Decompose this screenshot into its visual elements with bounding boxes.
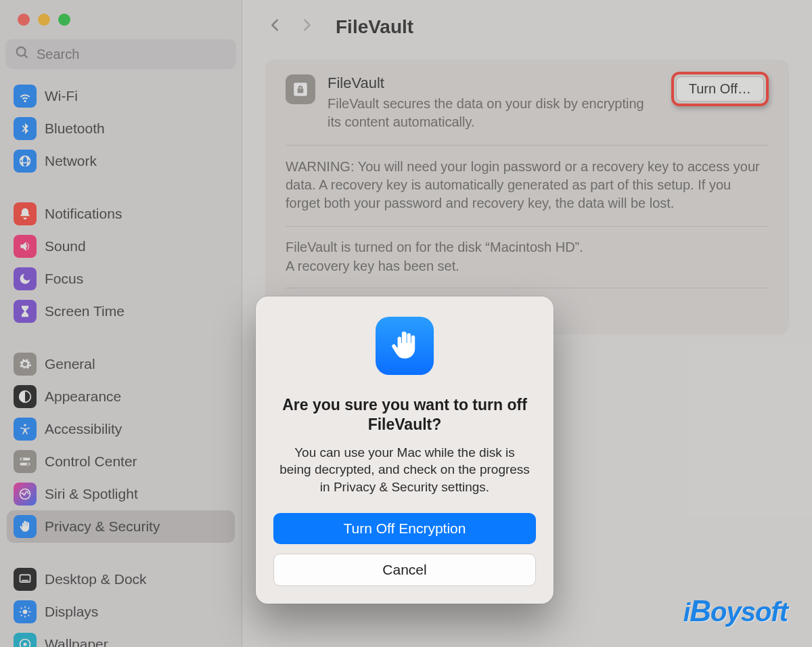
svg-rect-9	[20, 575, 30, 582]
globe-icon	[14, 150, 37, 173]
minimize-window-button[interactable]	[38, 14, 50, 26]
sidebar-item-label: Accessibility	[45, 421, 122, 437]
status-line-2: A recovery key has been set.	[286, 256, 769, 275]
svg-point-21	[24, 643, 27, 646]
sidebar-item-notifications[interactable]: Notifications	[7, 198, 235, 230]
siri-icon	[14, 483, 37, 506]
gear-icon	[14, 353, 37, 376]
sidebar-item-siri-spotlight[interactable]: Siri & Spotlight	[7, 478, 235, 510]
sidebar-item-screen-time[interactable]: Screen Time	[7, 295, 235, 328]
accessibility-icon	[14, 418, 37, 441]
turn-off-encryption-button[interactable]: Turn Off Encryption	[273, 513, 536, 544]
svg-line-16	[21, 608, 22, 609]
speaker-icon	[14, 235, 37, 258]
hourglass-icon	[14, 300, 37, 323]
warning-text: WARNING: You will need your login passwo…	[286, 146, 769, 227]
svg-point-6	[21, 458, 23, 460]
moon-icon	[14, 267, 37, 290]
sidebar-item-label: Notifications	[45, 206, 122, 222]
bluetooth-icon	[14, 117, 37, 140]
sidebar-item-label: Siri & Spotlight	[45, 486, 138, 502]
forward-button[interactable]	[299, 16, 314, 39]
sidebar-item-displays[interactable]: Displays	[7, 596, 235, 628]
svg-rect-10	[22, 580, 28, 581]
sidebar-item-bluetooth[interactable]: Bluetooth	[7, 112, 235, 145]
privacy-icon	[376, 317, 434, 375]
cancel-button[interactable]: Cancel	[273, 554, 536, 586]
sidebar-item-label: General	[45, 356, 95, 372]
sidebar-item-label: Appearance	[45, 388, 121, 405]
sidebar-item-appearance[interactable]: Appearance	[7, 380, 235, 413]
sidebar-item-label: Screen Time	[45, 303, 125, 319]
switches-icon	[14, 450, 37, 473]
sidebar-item-accessibility[interactable]: Accessibility	[7, 413, 235, 445]
sidebar-item-focus[interactable]: Focus	[7, 263, 235, 295]
svg-line-19	[28, 608, 30, 609]
sun-icon	[14, 600, 37, 623]
watermark: iBoysoft	[683, 594, 788, 628]
svg-line-18	[21, 615, 22, 617]
svg-point-0	[17, 47, 26, 56]
svg-line-1	[24, 55, 28, 58]
card-description: FileVault secures the data on your disk …	[328, 95, 659, 131]
sidebar-item-wi-fi[interactable]: Wi-Fi	[7, 80, 235, 112]
svg-line-17	[28, 615, 30, 617]
wallpaper-icon	[14, 633, 37, 647]
sidebar-item-label: Network	[45, 153, 97, 169]
status-text: FileVault is turned on for the disk “Mac…	[286, 227, 769, 288]
hand-icon	[14, 515, 37, 538]
sidebar-item-privacy-security[interactable]: Privacy & Security	[7, 510, 235, 543]
sidebar-item-desktop-dock[interactable]: Desktop & Dock	[7, 563, 235, 596]
dialog-title: Are you sure you want to turn off FileVa…	[273, 395, 536, 434]
sidebar-item-label: Control Center	[45, 453, 137, 470]
svg-point-11	[23, 610, 28, 615]
status-line-1: FileVault is turned on for the disk “Mac…	[286, 238, 769, 256]
confirm-dialog: Are you sure you want to turn off FileVa…	[256, 296, 554, 604]
sidebar-item-sound[interactable]: Sound	[7, 230, 235, 263]
sidebar-item-control-center[interactable]: Control Center	[7, 445, 235, 478]
back-button[interactable]	[268, 16, 283, 39]
sidebar-item-label: Desktop & Dock	[45, 571, 147, 587]
highlight-annotation: Turn Off…	[671, 72, 769, 106]
window-controls	[0, 14, 242, 26]
search-icon	[15, 45, 30, 63]
turn-off-button[interactable]: Turn Off…	[676, 76, 764, 102]
fullscreen-window-button[interactable]	[58, 14, 70, 26]
toolbar: FileVault	[254, 0, 800, 54]
sidebar-item-label: Focus	[45, 271, 83, 287]
sidebar-item-label: Privacy & Security	[45, 518, 160, 535]
sidebar-item-label: Wi-Fi	[45, 88, 78, 104]
sidebar: Wi-FiBluetoothNetwork NotificationsSound…	[0, 0, 242, 647]
wifi-icon	[14, 85, 37, 108]
sidebar-item-label: Sound	[45, 238, 86, 254]
appearance-icon	[14, 385, 37, 408]
card-title: FileVault	[328, 74, 659, 92]
sidebar-item-label: Wallpaper	[45, 636, 108, 647]
svg-point-7	[27, 463, 29, 465]
search-input[interactable]	[37, 47, 227, 62]
dialog-message: You can use your Mac while the disk is b…	[273, 444, 536, 496]
filevault-icon	[286, 74, 315, 104]
bell-icon	[14, 202, 37, 225]
sidebar-item-label: Bluetooth	[45, 120, 105, 137]
close-window-button[interactable]	[18, 14, 30, 26]
sidebar-item-general[interactable]: General	[7, 348, 235, 380]
sidebar-item-network[interactable]: Network	[7, 145, 235, 177]
dock-icon	[14, 568, 37, 591]
sidebar-item-label: Displays	[45, 604, 98, 620]
search-field[interactable]	[5, 39, 236, 69]
svg-point-3	[24, 424, 26, 426]
page-title: FileVault	[336, 16, 413, 38]
filevault-card: FileVault FileVault secures the data on …	[265, 60, 789, 334]
sidebar-item-wallpaper[interactable]: Wallpaper	[7, 628, 235, 647]
